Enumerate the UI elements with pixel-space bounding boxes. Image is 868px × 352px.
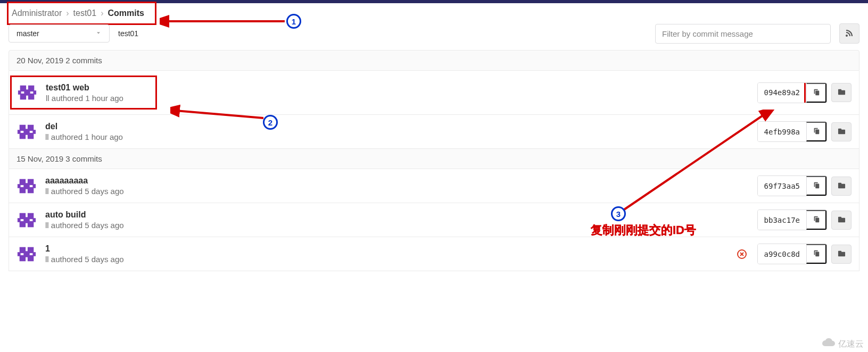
- annotation-marker-2: 2: [263, 115, 278, 130]
- branch-select-value: master: [16, 29, 39, 38]
- commit-title[interactable]: test01 web: [46, 83, 123, 93]
- commits-toolbar: master test01: [9, 23, 859, 44]
- browse-files-button[interactable]: [831, 245, 852, 264]
- commits-list: test01 web ll authored 1 hour ago 094e89…: [9, 71, 859, 148]
- svg-rect-33: [18, 252, 21, 256]
- pipeline-failed-icon[interactable]: [736, 248, 748, 260]
- copy-sha-button[interactable]: [806, 244, 826, 264]
- commit-row: auto build ll authored 5 days ago bb3ac1…: [9, 203, 859, 237]
- date-header: 20 Nov, 2019 2 commits: [9, 50, 859, 71]
- annotation-marker-3: 3: [611, 206, 626, 221]
- folder-icon: [838, 249, 846, 259]
- commit-sha-link[interactable]: 094e89a2: [758, 83, 806, 103]
- repo-path-label: test01: [118, 29, 138, 38]
- copy-icon: [813, 215, 820, 224]
- copy-icon: [813, 181, 820, 190]
- commit-meta: ll authored 1 hour ago: [45, 132, 757, 141]
- chevron-down-icon: [95, 29, 102, 38]
- rss-icon: [845, 29, 854, 39]
- avatar[interactable]: [17, 82, 37, 103]
- commit-row: del ll authored 1 hour ago 4efb998a: [9, 114, 859, 148]
- commit-sha-link[interactable]: a99c0c8d: [758, 244, 806, 264]
- copy-sha-button[interactable]: [806, 122, 826, 141]
- svg-rect-19: [18, 184, 21, 188]
- annotation-marker-1: 1: [286, 14, 301, 29]
- svg-rect-5: [18, 90, 21, 95]
- avatar[interactable]: [16, 122, 37, 142]
- commit-title[interactable]: 1: [45, 244, 736, 254]
- svg-rect-6: [33, 90, 36, 95]
- filter-input[interactable]: [655, 24, 831, 44]
- sha-group: 4efb998a: [757, 121, 827, 142]
- commit-title[interactable]: del: [45, 122, 757, 131]
- commit-row: aaaaaaaaa ll authored 5 days ago 69f73aa…: [9, 169, 859, 203]
- svg-rect-20: [32, 184, 36, 188]
- commit-actions: 094e89a2: [757, 82, 852, 103]
- commits-list: aaaaaaaaa ll authored 5 days ago 69f73aa…: [9, 169, 859, 271]
- commit-actions: bb3ac17e: [757, 209, 852, 230]
- breadcrumb-item-admin[interactable]: Administrator: [12, 9, 62, 18]
- folder-icon: [838, 88, 846, 97]
- commit-meta: ll authored 1 hour ago: [46, 94, 123, 103]
- folder-icon: [838, 215, 846, 225]
- svg-rect-27: [32, 218, 36, 222]
- rss-button[interactable]: [839, 23, 859, 44]
- svg-rect-26: [18, 218, 21, 222]
- commit-actions: 69f73aa5: [757, 175, 852, 196]
- copy-icon: [813, 127, 820, 136]
- branch-select[interactable]: master: [9, 24, 110, 43]
- breadcrumb: Administrator › test01 › Commits: [12, 9, 144, 18]
- annotation-note: 复制刚刚提交的ID号: [591, 222, 696, 238]
- date-header: 15 Nov, 2019 3 commits: [9, 148, 859, 169]
- sha-group: 094e89a2: [757, 82, 827, 103]
- browse-files-button[interactable]: [831, 177, 852, 196]
- commit-sha-link[interactable]: 69f73aa5: [758, 176, 806, 196]
- copy-sha-button[interactable]: [806, 83, 826, 103]
- commit-title[interactable]: aaaaaaaaa: [45, 176, 757, 186]
- breadcrumb-item-repo[interactable]: test01: [73, 9, 97, 18]
- folder-icon: [838, 127, 846, 137]
- browse-files-button[interactable]: [831, 83, 852, 102]
- chevron-right-icon: ›: [66, 9, 69, 18]
- sha-group: bb3ac17e: [757, 209, 827, 230]
- sha-group: 69f73aa5: [757, 175, 827, 196]
- breadcrumb-item-current: Commits: [108, 9, 144, 18]
- svg-rect-34: [32, 252, 36, 256]
- chevron-right-icon: ›: [101, 9, 103, 18]
- breadcrumb-highlight-box: Administrator › test01 › Commits: [7, 2, 156, 25]
- commit-meta: ll authored 5 days ago: [45, 255, 736, 264]
- svg-rect-12: [18, 130, 21, 134]
- browse-files-button[interactable]: [831, 122, 852, 141]
- commit-row: test01 web ll authored 1 hour ago 094e89…: [9, 71, 859, 114]
- commit-row: 1 ll authored 5 days ago a99c0c8d: [9, 237, 859, 271]
- copy-icon: [813, 88, 820, 97]
- commit-actions: a99c0c8d: [736, 244, 852, 264]
- commit-title[interactable]: auto build: [45, 210, 757, 220]
- svg-rect-13: [32, 130, 36, 134]
- folder-icon: [838, 181, 846, 191]
- commit-meta: ll authored 5 days ago: [45, 187, 757, 196]
- avatar[interactable]: [16, 244, 37, 264]
- avatar[interactable]: [16, 210, 37, 230]
- copy-sha-button[interactable]: [806, 176, 826, 196]
- commit-sha-link[interactable]: 4efb998a: [758, 122, 806, 141]
- commit-actions: 4efb998a: [757, 121, 852, 142]
- copy-sha-button[interactable]: [806, 210, 826, 230]
- commit-sha-link[interactable]: bb3ac17e: [758, 210, 806, 230]
- sha-group: a99c0c8d: [757, 244, 827, 264]
- copy-icon: [813, 249, 820, 258]
- avatar[interactable]: [16, 176, 37, 196]
- browse-files-button[interactable]: [831, 211, 852, 230]
